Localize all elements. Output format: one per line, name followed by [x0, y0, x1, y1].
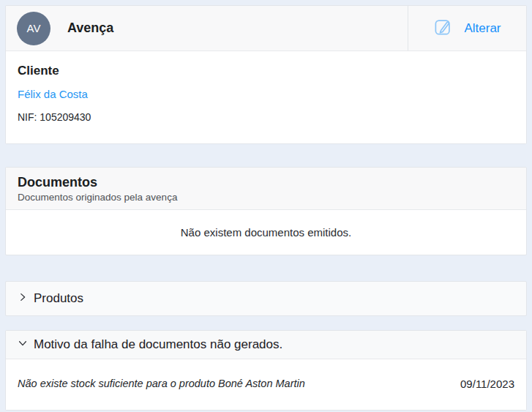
chevron-right-icon: [18, 292, 28, 305]
documentos-empty-message: Não existem documentos emitidos.: [6, 210, 526, 255]
motivo-reason-text: Não existe stock suficiente para o produ…: [18, 378, 320, 389]
documentos-header: Documentos Documentos originados pela av…: [6, 168, 526, 210]
page-title: Avença: [67, 20, 113, 36]
produtos-title: Produtos: [34, 291, 83, 306]
motivo-accordion-header[interactable]: Motivo da falha de documentos não gerado…: [6, 331, 526, 359]
avenca-header-left: AV Avença: [6, 6, 408, 50]
produtos-accordion-header[interactable]: Produtos: [5, 281, 527, 316]
client-name-link[interactable]: Félix da Costa: [18, 88, 88, 100]
documentos-subtitle: Documentos originados pela avença: [18, 192, 514, 203]
chevron-down-icon: [18, 338, 28, 351]
motivo-body: Não existe stock suficiente para o produ…: [6, 359, 526, 410]
alterar-button[interactable]: Alterar: [408, 6, 526, 50]
client-nif: NIF: 105209430: [18, 111, 514, 123]
documentos-title: Documentos: [18, 175, 514, 190]
avatar: AV: [17, 12, 50, 45]
motivo-entry-date: 09/11/2023: [460, 378, 514, 390]
avenca-card: AV Avença Alterar Cliente Félix da Costa…: [5, 5, 527, 144]
cliente-section: Cliente Félix da Costa NIF: 105209430: [6, 51, 526, 143]
motivo-title: Motivo da falha de documentos não gerado…: [34, 337, 282, 352]
alterar-label: Alterar: [464, 21, 501, 36]
motivo-card: Motivo da falha de documentos não gerado…: [5, 330, 527, 411]
edit-compose-icon: [433, 17, 453, 40]
cliente-title: Cliente: [18, 64, 514, 78]
documentos-card: Documentos Documentos originados pela av…: [5, 167, 527, 255]
motivo-entry-row: Não existe stock suficiente para o produ…: [6, 359, 526, 410]
avenca-header: AV Avença Alterar: [6, 6, 526, 51]
